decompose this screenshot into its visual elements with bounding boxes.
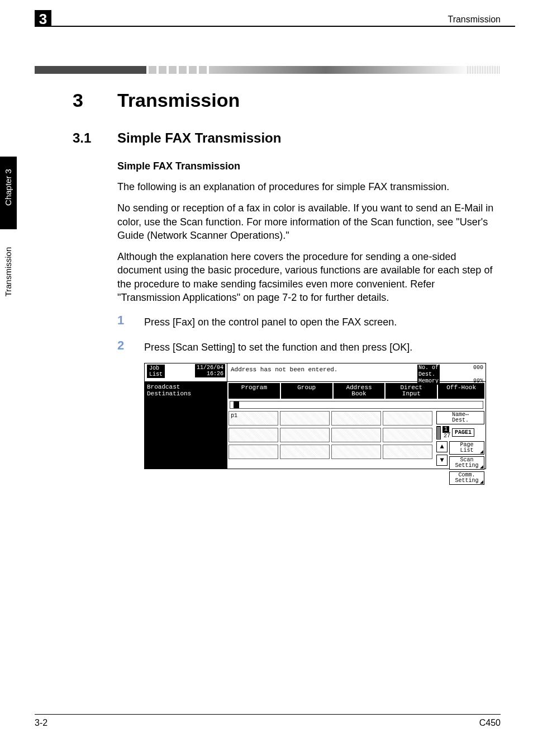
heading-2-text: Simple FAX Transmission (117, 130, 281, 145)
pager-total: 27 (444, 433, 450, 439)
status-right: No. of Dest.000 Memory99% (415, 363, 486, 381)
page-list-button[interactable]: Page List (449, 441, 484, 455)
pager: 1 27 PAGE1 (436, 426, 484, 440)
address-cell[interactable] (383, 445, 432, 459)
fax-screen: Job List 11/26/0416:26 Address has not b… (144, 363, 486, 469)
search-bar[interactable] (230, 401, 483, 409)
tab-program[interactable]: Program (229, 383, 280, 399)
heading-3: Simple FAX Transmission (117, 160, 497, 172)
address-cell[interactable] (280, 428, 330, 442)
heading-2-number: 3.1 (73, 130, 117, 146)
step-2-number: 2 (117, 338, 144, 353)
tab-off-hook[interactable]: Off-Hook (438, 383, 484, 399)
name-dest-toggle[interactable]: Name↔ Dest. (436, 411, 484, 424)
arrow-down-button[interactable]: ▼ (436, 455, 448, 466)
job-list-button[interactable]: Job List (146, 364, 165, 379)
address-grid: p1 (229, 411, 434, 485)
running-head: Transmission (448, 15, 501, 25)
paragraph-1: The following is an explanation of proce… (117, 180, 497, 193)
heading-1: 3Transmission (73, 89, 497, 111)
broadcast-label: Broadcast Destinations (147, 384, 191, 397)
address-cell[interactable] (331, 411, 381, 426)
step-1: 1 Press [Fax] on the control panel to op… (117, 313, 497, 329)
heading-1-number: 3 (73, 89, 117, 111)
decor-right-stripes (467, 66, 501, 74)
heading-1-text: Transmission (117, 89, 240, 111)
step-2-text: Press [Scan Setting] to set the function… (144, 338, 412, 354)
address-cell[interactable] (280, 411, 330, 426)
comm-setting-button[interactable]: Comm. Setting (449, 471, 484, 485)
page-label[interactable]: PAGE1 (452, 428, 474, 437)
address-cell[interactable] (229, 445, 278, 459)
arrow-up-button[interactable]: ▲ (436, 441, 448, 452)
step-1-number: 1 (117, 313, 144, 328)
scan-setting-button[interactable]: Scan Setting (449, 456, 484, 470)
arrow-down-icon: ▼ (440, 457, 444, 464)
job-list-area: Job List 11/26/0416:26 (145, 363, 227, 381)
footer-page-number: 3-2 (35, 718, 47, 728)
tab-address-book[interactable]: Address Book (334, 383, 385, 399)
address-cell[interactable] (229, 428, 278, 442)
decor-bar (35, 66, 501, 74)
step-2: 2 Press [Scan Setting] to set the functi… (117, 338, 497, 354)
chapter-number-badge: 3 (35, 10, 51, 27)
footer-model: C450 (479, 718, 501, 728)
status-message: Address has not been entered. (227, 363, 415, 381)
datetime: 11/26/0416:26 (195, 364, 225, 377)
pager-current: 1 (442, 426, 449, 432)
address-cell[interactable] (280, 445, 330, 459)
scroll-indicator-icon (436, 426, 441, 440)
heading-2: 3.1Simple FAX Transmission (73, 130, 497, 146)
address-cell[interactable] (383, 411, 432, 426)
arrow-up-icon: ▲ (440, 443, 444, 450)
paragraph-3: Although the explanation here covers the… (117, 250, 497, 304)
dest-label: No. of Dest. (417, 365, 440, 378)
address-cell[interactable] (331, 445, 381, 459)
tab-direct-input[interactable]: Direct Input (386, 383, 437, 399)
broadcast-panel: Broadcast Destinations (145, 382, 227, 469)
side-chapter-label: Chapter 3 (3, 151, 13, 224)
address-cell[interactable] (331, 428, 381, 442)
paragraph-2: No sending or reception of a fax in colo… (117, 201, 497, 242)
tab-group[interactable]: Group (281, 383, 332, 399)
address-cell[interactable]: p1 (229, 411, 278, 426)
side-tab: Chapter 3 Transmission (0, 157, 17, 313)
footer: 3-2 C450 (35, 714, 501, 728)
text-cursor-icon (234, 401, 239, 408)
step-1-text: Press [Fax] on the control panel to open… (144, 313, 397, 329)
dest-count: 000 (473, 365, 483, 378)
side-section-label: Transmission (3, 233, 13, 311)
address-cell[interactable] (383, 428, 432, 442)
